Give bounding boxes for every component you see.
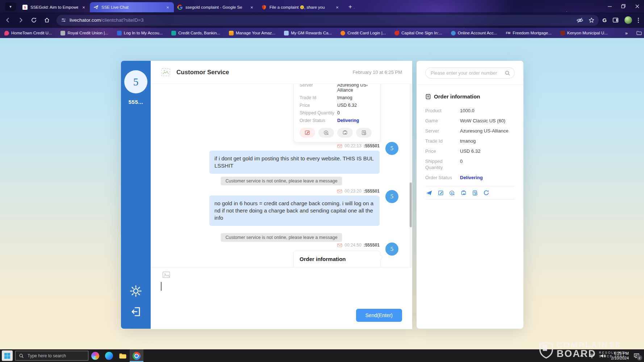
taskbar-explorer-button[interactable] [116,349,130,362]
price-button[interactable]: $ [318,128,334,138]
close-tab-icon[interactable] [81,5,86,10]
settings-gear-icon[interactable] [129,285,142,298]
bookmark-item[interactable]: Kenyon Municipal U... [560,31,608,35]
message-list[interactable]: ServerAzuresong US-Alliance Trade Idtman… [151,84,412,267]
svg-text:$: $ [451,191,453,194]
search-icon[interactable] [505,70,510,76]
order-history-icon[interactable] [472,190,478,196]
taskbar-copilot-button[interactable] [88,349,102,362]
offline-notice: Customer service is not online, please l… [221,233,342,242]
bookmarks-bar: HomeTown Credit U... Royal Credit Union … [0,28,644,38]
bookmark-favicon-icon [340,31,345,35]
folder-icon [636,31,642,35]
tab-ssegold[interactable]: S SSEGold: Aim to Empower You [19,2,90,12]
logout-icon[interactable] [130,306,142,318]
home-icon[interactable] [41,15,52,26]
bookmark-item[interactable]: HomeTown Credit U... [4,31,52,35]
bookmark-item[interactable]: Log In to My Accou... [117,31,163,35]
search-icon [19,353,24,358]
chat-window: 5 555... [121,61,523,329]
refresh-icon[interactable] [483,190,489,196]
back-icon[interactable] [2,15,13,26]
reload-icon[interactable] [28,15,39,26]
close-tab-icon[interactable] [335,5,340,10]
tab-google-search[interactable]: ssegold complaint - Google Se [174,2,258,12]
bookmark-item[interactable]: Credit Card Login |... [340,31,386,35]
notify-icon[interactable] [461,190,467,196]
scrollbar-thumb[interactable] [410,182,412,227]
tab-title: SSEGold: Aim to Empower You [30,5,78,9]
taskbar-chrome-button[interactable] [130,349,143,362]
order-panel: Order information Product1000.0 GameWoW … [417,61,523,329]
side-panel-icon[interactable] [612,17,619,23]
bookmarks-overflow-icon[interactable] [625,30,628,36]
bookmark-item[interactable]: My GM Rewards Ca... [284,31,332,35]
close-tab-icon[interactable] [249,5,254,10]
send-button[interactable]: Send(Enter) [356,309,402,322]
bookmark-favicon-icon [171,31,176,35]
bookmark-favicon-icon [506,31,510,35]
wifi-icon[interactable] [589,353,595,358]
bookmark-item[interactable]: Credit Cards, Bankin... [171,31,220,35]
chat-favicon-icon [93,5,99,10]
shield-favicon-icon [262,5,267,10]
new-tab-button[interactable] [346,2,355,12]
bookmark-favicon-icon [60,31,65,35]
text-caret [161,282,162,291]
message-input[interactable]: Send(Enter) [151,267,412,329]
start-button[interactable] [2,350,13,361]
resend-icon[interactable] [426,190,432,196]
screen: S SSEGold: Aim to Empower You SSE Live C… [0,0,644,362]
scrollbar-track[interactable] [410,84,412,267]
volume-icon[interactable] [600,353,606,358]
message-meta: 00:24:50:555501 [337,243,380,248]
forward-icon[interactable] [15,15,26,26]
user-avatar: 5 [124,70,147,93]
close-icon[interactable] [630,0,644,12]
mail-icon [337,243,342,247]
taskbar-clock[interactable]: 6:25 PM 2/10/2024 [611,351,629,361]
attach-image-icon[interactable] [162,271,170,278]
all-bookmarks-button[interactable]: All Bookmarks [636,31,644,35]
offline-notice: Customer service is not online, please l… [221,177,342,185]
tab-sse-live-chat[interactable]: SSE Live Chat [90,2,174,12]
eye-off-icon[interactable] [576,17,584,23]
bookmark-item[interactable]: Manage Your Amaz... [229,31,275,35]
order-info-bubble-title: Order information [300,256,374,262]
tray-chevron-icon[interactable] [580,354,584,357]
bookmark-item[interactable]: Online Account Acc... [451,31,497,35]
taskbar-search-input[interactable] [27,353,83,359]
edge-icon [105,352,113,360]
order-search-input[interactable] [425,67,515,79]
profile-avatar[interactable] [624,16,632,24]
restore-icon[interactable] [616,0,630,12]
ssegold-favicon-icon: S [22,5,28,10]
url-text: livechator.com/clientchat?siteID=3 [70,17,571,23]
bookmark-favicon-icon [284,31,289,35]
tab-file-complaint[interactable]: File a complaint , share you [258,2,343,12]
minimize-icon[interactable] [603,0,616,12]
tab-title: File a complaint , share you [269,5,332,9]
edit-order-icon[interactable] [438,190,444,196]
bookmark-item[interactable]: Royal Credit Union |... [60,31,108,35]
bookmark-star-icon[interactable] [589,17,594,23]
order-status: Delivering [460,174,483,181]
order-history-button[interactable] [356,128,372,138]
copilot-icon [91,352,99,360]
close-tab-icon[interactable] [165,5,170,10]
site-settings-icon[interactable] [61,17,66,23]
bookmark-item[interactable]: Capital One Sign In:... [394,31,442,35]
action-center-button[interactable]: 2 [633,353,640,359]
browser-chrome: S SSEGold: Aim to Empower You SSE Live C… [0,0,644,38]
address-toolbar: livechator.com/clientchat?siteID=3 [0,12,644,28]
notify-button[interactable] [337,128,353,138]
google-profile-icon[interactable] [602,17,607,23]
menu-kebab-icon[interactable] [638,18,639,23]
edit-order-button[interactable] [300,128,315,138]
tab-search-button[interactable] [5,2,16,11]
bookmark-item[interactable]: Freedom Mortgage... [506,31,551,35]
taskbar-edge-button[interactable] [102,349,116,362]
address-bar[interactable]: livechator.com/clientchat?siteID=3 [57,15,599,26]
price-icon[interactable]: $ [449,190,455,196]
taskbar-search[interactable] [15,351,88,361]
